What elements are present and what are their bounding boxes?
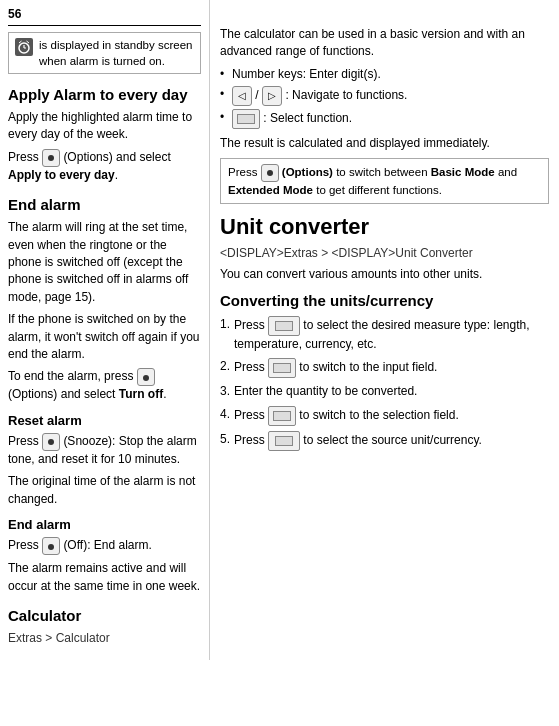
apply-alarm-body: Apply the highlighted alarm time to ever… (8, 109, 201, 144)
end-alarm-press-line: To end the alarm, press (Options) and se… (8, 368, 201, 403)
left-column: 56 is displayed in standby screen when a… (0, 0, 210, 660)
note-text: to switch between (336, 166, 427, 178)
right-column: The calculator can be used in a basic ve… (210, 0, 559, 660)
note-press: Press (228, 166, 257, 178)
period-2: . (163, 387, 166, 401)
note-end: to get different functions. (316, 184, 442, 196)
alarm-icon-text: is displayed in standby screen when alar… (39, 37, 194, 69)
calculator-breadcrumb: Extras > Calculator (8, 630, 201, 647)
step-1: 1. Press to select the desired measure t… (220, 316, 549, 353)
note-and: and (498, 166, 517, 178)
to-end-label: To end the alarm, press (8, 369, 133, 383)
apply-alarm-heading: Apply Alarm to every day (8, 84, 201, 105)
svg-line-4 (27, 41, 30, 43)
result-text: The result is calculated and displayed i… (220, 135, 549, 152)
options-button-2[interactable] (137, 368, 155, 386)
off-colon: : End alarm. (87, 538, 152, 552)
note-extended-mode: Extended Mode (228, 184, 313, 196)
reset-alarm-original: The original time of the alarm is not ch… (8, 473, 201, 508)
note-options-label: (Options) (282, 166, 336, 178)
unit-converter-breadcrumb: <DISPLAY>Extras > <DISPLAY>Unit Converte… (220, 245, 549, 262)
select-btn[interactable] (232, 109, 260, 129)
alarm-icon-box: is displayed in standby screen when alar… (8, 32, 201, 74)
reset-alarm-subheading: Reset alarm (8, 412, 201, 430)
bullet-navigate: ◁ / ▷ : Navigate to functions. (220, 86, 549, 106)
end-alarm-body1: The alarm will ring at the set time, eve… (8, 219, 201, 306)
step-2: 2. Press to switch to the input field. (220, 358, 549, 378)
apply-alarm-press-line: Press (Options) and select Apply to ever… (8, 149, 201, 184)
steps-list: 1. Press to select the desired measure t… (220, 316, 549, 451)
unit-converter-body: You can convert various amounts into oth… (220, 266, 549, 283)
step-3: 3. Enter the quantity to be converted. (220, 383, 549, 400)
note-basic-mode: Basic Mode (431, 166, 495, 178)
step4-btn[interactable] (268, 406, 296, 426)
and-select-2: and select (61, 387, 116, 401)
options-label-2: (Options) (8, 387, 57, 401)
svg-line-3 (19, 41, 22, 43)
end-alarm-body2: If the phone is switched on by the alarm… (8, 311, 201, 363)
converting-heading: Converting the units/currency (220, 290, 549, 311)
calculator-heading: Calculator (8, 605, 201, 626)
end-alarm-sub-press-line: Press (Off): End alarm. (8, 537, 201, 555)
apply-to-every-day-label: Apply to every day (8, 168, 115, 182)
bullet-number-keys: Number keys: Enter digit(s). (220, 66, 549, 83)
calculator-body-right: The calculator can be used in a basic ve… (220, 26, 549, 61)
period-1: . (115, 168, 118, 182)
press-label-2: Press (8, 434, 39, 448)
page-container: 56 is displayed in standby screen when a… (0, 0, 559, 660)
end-alarm-sub-body: The alarm remains active and will occur … (8, 560, 201, 595)
reset-alarm-press-line: Press (Snooze): Stop the alarm tone, and… (8, 433, 201, 468)
alarm-icon (15, 38, 33, 56)
off-button[interactable] (42, 537, 60, 555)
step3-text: Enter the quantity to be converted. (234, 384, 417, 398)
and-select-1: and select (116, 150, 171, 164)
page-number: 56 (8, 6, 201, 26)
turn-off-label: Turn off (119, 387, 163, 401)
feature-list: Number keys: Enter digit(s). ◁ / ▷ : Nav… (220, 66, 549, 129)
note-options-button[interactable] (261, 164, 279, 182)
bullet-select: : Select function. (220, 109, 549, 129)
end-alarm-sub-heading: End alarm (8, 516, 201, 534)
step5-btn[interactable] (268, 431, 300, 451)
snooze-button[interactable] (42, 433, 60, 451)
step-4: 4. Press to switch to the selection fiel… (220, 406, 549, 426)
step2-btn[interactable] (268, 358, 296, 378)
note-box: Press (Options) to switch between Basic … (220, 158, 549, 205)
step1-btn[interactable] (268, 316, 300, 336)
press-label-3: Press (8, 538, 39, 552)
nav-btn-right[interactable]: ▷ (262, 86, 282, 106)
unit-converter-heading: Unit converter (220, 214, 549, 240)
snooze-label: (Snooze) (63, 434, 112, 448)
end-alarm-heading: End alarm (8, 194, 201, 215)
options-button-1[interactable] (42, 149, 60, 167)
options-label-1: (Options) (63, 150, 112, 164)
off-label: (Off) (63, 538, 87, 552)
nav-btn-left[interactable]: ◁ (232, 86, 252, 106)
press-label-1: Press (8, 150, 39, 164)
step-5: 5. Press to select the source unit/curre… (220, 431, 549, 451)
